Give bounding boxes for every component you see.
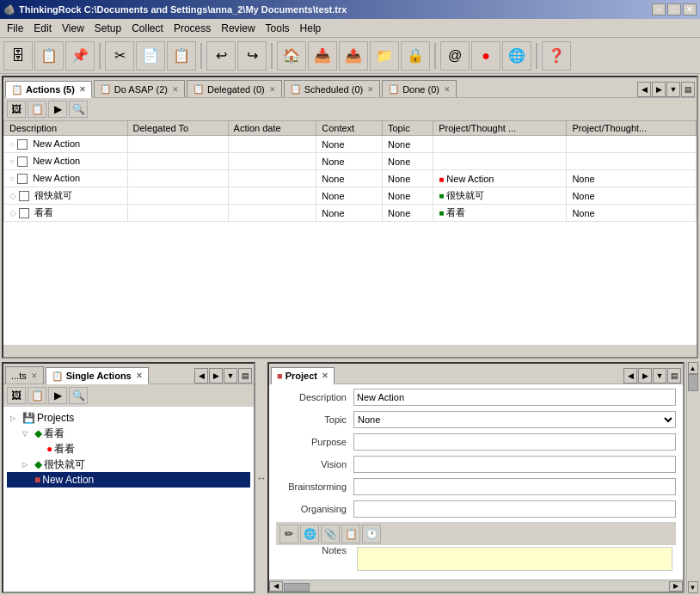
vscroll-thumb[interactable] — [688, 374, 698, 391]
toolbar-btn-cut[interactable]: ✂ — [105, 41, 134, 71]
left-sub-btn-2[interactable]: 📋 — [28, 387, 46, 404]
row-checkbox[interactable] — [17, 139, 28, 150]
menu-file[interactable]: File — [2, 21, 28, 36]
tree-item-newaction[interactable]: ■ New Action — [7, 472, 250, 488]
table-row[interactable]: ○ New Action None None — [4, 153, 697, 170]
row-checkbox[interactable] — [19, 208, 29, 218]
left-sub-btn-4[interactable]: 🔍 — [69, 387, 88, 404]
tab-delegated-close[interactable]: ✕ — [269, 85, 276, 94]
row-checkbox[interactable] — [17, 174, 28, 184]
description-input[interactable] — [353, 389, 676, 406]
right-vscrollbar[interactable]: ▲ ▼ — [686, 362, 698, 593]
menu-setup[interactable]: Setup — [89, 21, 126, 36]
table-row[interactable]: ◇ 很快就可 None None ■ 很快就可 None — [4, 187, 697, 205]
menu-collect[interactable]: Collect — [126, 21, 169, 36]
toolbar-btn-lock[interactable]: 🔒 — [401, 41, 430, 71]
right-nav-menu[interactable]: ▤ — [667, 368, 681, 383]
right-scrollbar[interactable]: ◀ ▶ — [269, 580, 683, 592]
sub-btn-3[interactable]: ▶ — [48, 101, 67, 118]
topic-select[interactable]: None — [353, 411, 676, 428]
toolbar-btn-process[interactable]: 📤 — [339, 41, 368, 71]
form-btn-clock[interactable]: 🕐 — [362, 524, 381, 543]
toolbar-btn-review[interactable]: 📁 — [370, 41, 399, 71]
scroll-left[interactable]: ◀ — [269, 581, 283, 592]
tab-doasap-close[interactable]: ✕ — [172, 85, 179, 94]
tab-scheduled-close[interactable]: ✕ — [367, 85, 374, 94]
toolbar-btn-home[interactable]: 🏠 — [277, 41, 306, 71]
row-checkbox[interactable] — [17, 156, 28, 167]
toolbar-btn-folder[interactable]: 📋 — [34, 41, 64, 71]
toolbar-btn-copy[interactable]: 📄 — [136, 41, 165, 71]
tab-ts-close[interactable]: ✕ — [31, 371, 38, 380]
scroll-right[interactable]: ▶ — [669, 581, 683, 592]
table-row[interactable]: ◇ 看看 None None ■ 看看 None — [4, 205, 697, 222]
form-btn-web[interactable]: 🌐 — [300, 524, 319, 543]
toolbar-btn-red[interactable]: ● — [471, 41, 500, 71]
brainstorming-input[interactable] — [353, 478, 676, 495]
sub-btn-4[interactable]: 🔍 — [69, 101, 88, 118]
form-btn-attach[interactable]: 📎 — [321, 524, 340, 543]
menu-edit[interactable]: Edit — [28, 21, 57, 36]
organising-input[interactable] — [353, 500, 676, 518]
left-sub-btn-3[interactable]: ▶ — [48, 387, 67, 404]
table-row[interactable]: ○ New Action None None ■ New Action None — [4, 170, 697, 187]
minimize-button[interactable]: − — [652, 3, 666, 15]
toolbar-btn-collect[interactable]: 📥 — [308, 41, 337, 71]
tab-project-close[interactable]: ✕ — [322, 371, 329, 380]
menu-process[interactable]: Process — [169, 21, 216, 36]
menu-review[interactable]: Review — [216, 21, 260, 36]
table-row[interactable]: ○ New Action None None — [4, 136, 697, 153]
right-nav-right[interactable]: ▶ — [638, 368, 652, 383]
top-pane-scrollbar[interactable] — [3, 345, 697, 357]
close-button[interactable]: ✕ — [683, 3, 697, 15]
toolbar-btn-paste[interactable]: 📋 — [167, 41, 196, 71]
tab-done-close[interactable]: ✕ — [444, 85, 451, 94]
toolbar-btn-web[interactable]: 🌐 — [502, 41, 531, 71]
tab-actions-close[interactable]: ✕ — [79, 85, 86, 94]
vscroll-track[interactable] — [688, 374, 698, 581]
actions-table[interactable]: Description Delegated To Action date Con… — [3, 120, 697, 345]
form-btn-table[interactable]: 📋 — [341, 524, 360, 543]
vscroll-down[interactable]: ▼ — [688, 581, 698, 593]
vscroll-up[interactable]: ▲ — [688, 362, 698, 374]
maximize-button[interactable]: □ — [667, 3, 681, 15]
tab-single-actions[interactable]: 📋 Single Actions ✕ — [46, 367, 149, 384]
right-nav-left[interactable]: ◀ — [623, 368, 637, 383]
left-nav-left[interactable]: ◀ — [194, 368, 208, 383]
notes-input[interactable] — [357, 547, 672, 571]
left-sub-btn-1[interactable]: 🖼 — [7, 387, 26, 404]
row-checkbox[interactable] — [19, 191, 29, 201]
vision-input[interactable] — [353, 456, 676, 473]
tab-nav-left[interactable]: ◀ — [637, 82, 651, 97]
sub-btn-1[interactable]: 🖼 — [7, 101, 26, 118]
tree-item-kuai-proj[interactable]: ▷ ◆ 很快就可 — [7, 457, 250, 472]
tab-project[interactable]: ■ Project ✕ — [271, 367, 335, 384]
tree-item-projects[interactable]: ▷ 💾 Projects — [7, 410, 250, 426]
sub-btn-2[interactable]: 📋 — [28, 101, 46, 118]
menu-view[interactable]: View — [57, 21, 89, 36]
tab-actions[interactable]: 📋 Actions (5) ✕ — [5, 81, 92, 98]
tab-done[interactable]: 📋 Done (0) ✕ — [382, 80, 457, 97]
toolbar-btn-email[interactable]: @ — [440, 41, 470, 71]
tab-ts[interactable]: ...ts ✕ — [5, 366, 44, 383]
toolbar-btn-help[interactable]: ❓ — [542, 41, 571, 71]
form-btn-edit[interactable]: ✏ — [279, 524, 298, 543]
scroll-thumb[interactable] — [284, 583, 310, 592]
tree-item-kankan-action[interactable]: ● 看看 — [7, 441, 250, 457]
toolbar-btn-undo[interactable]: ↩ — [206, 41, 236, 71]
tab-single-close[interactable]: ✕ — [136, 371, 143, 380]
toolbar-btn-redo[interactable]: ↪ — [237, 41, 267, 71]
scroll-track[interactable] — [283, 582, 669, 591]
left-nav-right[interactable]: ▶ — [209, 368, 223, 383]
tab-scheduled[interactable]: 📋 Scheduled (0) ✕ — [284, 80, 381, 97]
tab-doasap[interactable]: 📋 Do ASAP (2) ✕ — [94, 80, 185, 97]
menu-help[interactable]: Help — [295, 21, 327, 36]
tab-nav-right[interactable]: ▶ — [652, 82, 666, 97]
menu-tools[interactable]: Tools — [261, 21, 295, 36]
tab-nav-menu[interactable]: ▤ — [681, 82, 695, 97]
right-nav-down[interactable]: ▼ — [653, 368, 666, 383]
tab-delegated[interactable]: 📋 Delegated (0) ✕ — [187, 80, 282, 97]
tab-nav-down[interactable]: ▼ — [666, 82, 680, 97]
toolbar-btn-db[interactable]: 🗄 — [3, 41, 33, 71]
left-nav-down[interactable]: ▼ — [224, 368, 237, 383]
